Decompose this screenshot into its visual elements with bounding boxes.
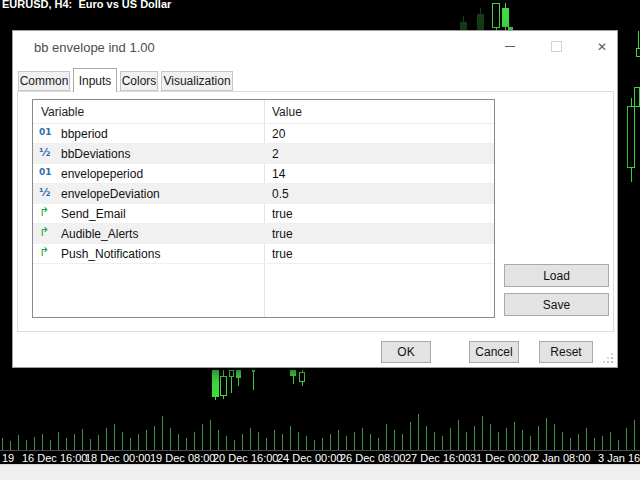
table-row[interactable]: ½ bbDeviations 2 [33,144,494,164]
save-button[interactable]: Save [504,293,609,316]
volume-bar [98,435,99,450]
candlestick [229,370,234,377]
volume-bar [570,438,571,450]
volume-bar [50,440,51,450]
candlestick [299,372,305,382]
volume-bar [378,438,379,450]
volume-bar [594,438,595,450]
volume-bar [122,432,123,450]
table-row[interactable]: ↱ Push_Notifications true [33,244,494,264]
volume-bar [274,430,275,450]
minimize-button[interactable] [493,32,527,61]
volume-bar [538,426,539,450]
volume-bar [458,420,459,450]
maximize-icon [551,41,562,52]
candle-wick [253,370,254,390]
timeline-label: 26 Dec 08:00 [340,452,405,464]
candlestick [502,8,509,27]
table-row[interactable]: 01 bbperiod 20 [33,124,494,144]
volume-bar [418,414,419,450]
param-type-icon: 01 [39,167,57,177]
volume-bar [618,440,619,450]
volume-bar [10,441,11,450]
time-axis-separator [0,450,640,451]
volume-bar [210,420,211,450]
volume-bar [346,436,347,450]
close-button[interactable]: ✕ [585,32,619,61]
volume-bar [586,428,587,450]
volume-bar [522,430,523,450]
table-row[interactable]: 01 envelopeperiod 14 [33,164,494,184]
timeline-label: 19 [2,452,14,464]
volume-bar [442,436,443,450]
tab-common[interactable]: Common [18,71,70,91]
volume-bar [290,426,291,450]
volume-bar [490,424,491,450]
param-value[interactable]: 20 [272,127,285,141]
volume-bar [178,434,179,450]
resize-grip-icon[interactable] [603,353,613,363]
volume-bar [258,432,259,450]
column-header-variable: Variable [41,105,84,119]
volume-bar [298,432,299,450]
volume-bar [330,434,331,450]
table-row[interactable]: ↱ Send_Email true [33,204,494,224]
volume-bar [194,432,195,450]
ok-button[interactable]: OK [381,341,431,363]
mt4-window: EURUSD, H4: Euro vs US Dollar 1916 Dec 1… [0,0,640,480]
volume-bar [610,432,611,450]
volume-bar [138,434,139,450]
time-axis[interactable]: 1916 Dec 16:0018 Dec 00:0019 Dec 08:0020… [0,452,640,464]
volume-bar [42,434,43,450]
table-row[interactable]: ½ envelopeDeviation 0.5 [33,184,494,204]
volume-bar [26,440,27,450]
table-row[interactable]: ↱ Audible_Alerts true [33,224,494,244]
volume-bar [434,432,435,450]
volume-bar [306,436,307,450]
volume-bar [282,434,283,450]
volume-bar [450,428,451,450]
param-name: bbDeviations [61,147,130,161]
cancel-button[interactable]: Cancel [469,341,519,363]
tab-colors[interactable]: Colors [120,71,158,91]
minimize-icon [505,46,515,47]
candlestick [636,48,640,57]
volume-bar [554,424,555,450]
param-name: envelopeperiod [61,167,143,181]
close-icon: ✕ [597,41,607,53]
volume-bar [234,440,235,450]
volume-bar [474,426,475,450]
candlestick [252,370,255,372]
dialog-titlebar[interactable]: bb envelope ind 1.00 ✕ [13,31,617,63]
volume-bar [362,428,363,450]
volume-bar [2,438,3,450]
load-button[interactable]: Load [504,264,609,287]
timeline-label: 18 Dec 00:00 [85,452,150,464]
volume-bar [482,416,483,450]
volume-bar [354,432,355,450]
tab-visualization[interactable]: Visualization [161,71,233,91]
timeline-label: 2 Jan 08:00 [533,452,591,464]
timeline-label: 31 Dec 00:00 [470,452,535,464]
tab-inputs[interactable]: Inputs [73,68,117,92]
volume-bar [66,438,67,450]
param-value[interactable]: true [272,247,293,261]
reset-button[interactable]: Reset [539,341,593,363]
maximize-button[interactable] [539,32,573,61]
volume-bar [106,428,107,450]
volume-bar [154,426,155,450]
param-value[interactable]: true [272,227,293,241]
volume-bar [426,426,427,450]
param-value[interactable]: 14 [272,167,285,181]
volume-bar [402,434,403,450]
param-value[interactable]: true [272,207,293,221]
timeline-label: 27 Dec 16:00 [405,452,470,464]
param-value[interactable]: 0.5 [272,187,289,201]
volume-bar [506,428,507,450]
volume-bar [394,430,395,450]
table-header: Variable Value [33,100,494,124]
param-type-icon: ↱ [39,205,57,219]
volume-bar [466,432,467,450]
candlestick [290,370,296,376]
param-value[interactable]: 2 [272,147,279,161]
